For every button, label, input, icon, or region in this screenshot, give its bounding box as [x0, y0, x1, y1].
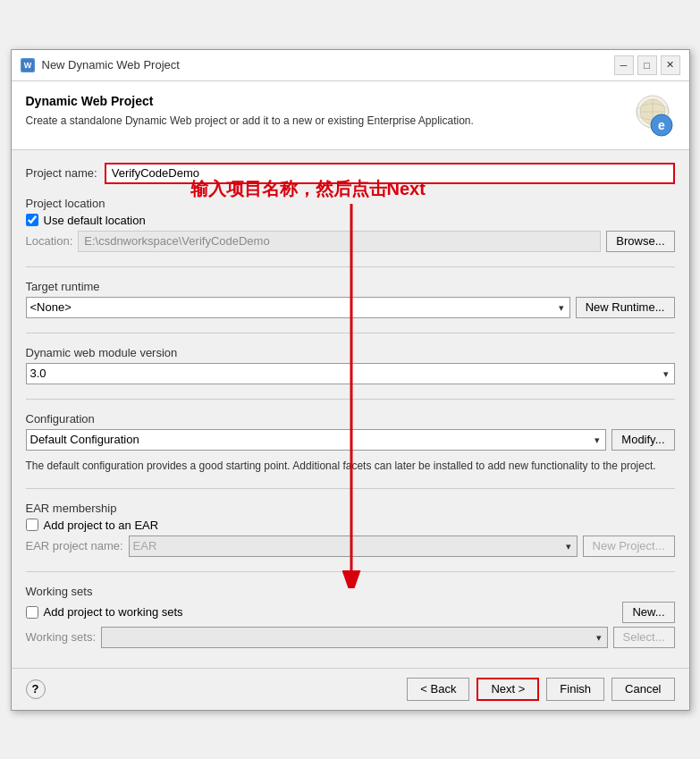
ear-project-name-select[interactable]: EAR: [130, 536, 577, 556]
use-default-location-label: Use default location: [44, 214, 146, 227]
minimize-button[interactable]: ─: [614, 55, 634, 75]
location-input[interactable]: [78, 231, 601, 252]
cancel-button[interactable]: Cancel: [611, 678, 674, 701]
dynamic-web-module-select-container: 3.0: [26, 363, 675, 384]
next-button[interactable]: Next >: [477, 678, 539, 701]
use-default-location-checkbox[interactable]: [26, 214, 38, 226]
project-name-row: Project name:: [26, 163, 675, 184]
finish-button[interactable]: Finish: [546, 678, 604, 701]
add-to-working-sets-checkbox[interactable]: [26, 606, 38, 619]
header-text-block: Dynamic Web Project Create a standalone …: [26, 94, 616, 129]
ear-project-name-select-container: EAR: [129, 536, 578, 557]
divider-5: [26, 571, 675, 572]
target-runtime-row: <None> New Runtime...: [26, 297, 675, 318]
divider-4: [26, 488, 675, 489]
dialog-footer: ? < Back Next > Finish Cancel: [12, 668, 689, 710]
add-to-ear-label: Add project to an EAR: [44, 519, 159, 532]
ear-project-name-label: EAR project name:: [26, 539, 123, 552]
divider-2: [26, 333, 675, 333]
working-sets-section-label: Working sets: [26, 585, 675, 598]
header-title: Dynamic Web Project: [26, 94, 616, 108]
svg-text:e: e: [658, 118, 665, 132]
dialog-window: W New Dynamic Web Project ─ □ ✕ Dynamic …: [11, 49, 690, 711]
divider-3: [26, 399, 675, 400]
add-to-working-sets-row: Add project to working sets New...: [26, 602, 675, 623]
use-default-location-row: Use default location: [26, 214, 675, 227]
modify-button[interactable]: Modify...: [611, 429, 674, 451]
new-project-button[interactable]: New Project...: [583, 536, 675, 557]
new-working-set-button[interactable]: New...: [622, 602, 674, 623]
configuration-select-container: Default Configuration: [26, 429, 607, 451]
help-button[interactable]: ?: [26, 679, 46, 699]
project-location-section-label: Project location: [26, 197, 675, 210]
working-sets-field-label: Working sets:: [26, 630, 97, 644]
target-runtime-select-container: <None>: [26, 297, 570, 318]
window-controls: ─ □ ✕: [614, 55, 680, 75]
working-sets-input-row: Working sets: Select...: [26, 627, 675, 648]
header-icon: e: [630, 94, 675, 139]
configuration-description: The default configuration provides a goo…: [26, 458, 675, 474]
add-to-ear-row: Add project to an EAR: [26, 519, 675, 532]
header-description: Create a standalone Dynamic Web project …: [26, 114, 616, 129]
configuration-select[interactable]: Default Configuration: [27, 430, 606, 450]
location-label: Location:: [26, 234, 73, 248]
form-content: 输入项目名称，然后点击Next Project name: Project lo…: [12, 150, 689, 668]
dynamic-web-module-row: 3.0: [26, 363, 675, 384]
location-row: Location: Browse...: [26, 231, 675, 252]
back-button[interactable]: < Back: [407, 678, 469, 701]
dynamic-web-module-section-label: Dynamic web module version: [26, 346, 675, 359]
header-section: Dynamic Web Project Create a standalone …: [12, 81, 689, 150]
new-runtime-button[interactable]: New Runtime...: [576, 297, 675, 318]
working-sets-select-container: [101, 627, 608, 648]
divider-1: [26, 266, 675, 267]
select-working-sets-button[interactable]: Select...: [613, 627, 675, 648]
browse-button[interactable]: Browse...: [606, 231, 674, 252]
configuration-row: Default Configuration Modify...: [26, 429, 675, 451]
working-sets-select[interactable]: [102, 628, 607, 647]
project-name-input[interactable]: [105, 163, 675, 184]
configuration-section-label: Configuration: [26, 412, 675, 426]
ear-membership-section-label: EAR membership: [26, 502, 675, 515]
window-title: New Dynamic Web Project: [42, 58, 607, 72]
svg-text:W: W: [23, 61, 31, 70]
target-runtime-section-label: Target runtime: [26, 280, 675, 293]
add-to-ear-checkbox[interactable]: [26, 519, 38, 531]
target-runtime-select[interactable]: <None>: [27, 298, 569, 317]
add-to-working-sets-label: Add project to working sets: [44, 605, 183, 619]
maximize-button[interactable]: □: [637, 55, 657, 75]
ear-project-name-row: EAR project name: EAR New Project...: [26, 536, 675, 557]
close-button[interactable]: ✕: [661, 55, 680, 75]
window-icon: W: [21, 58, 35, 72]
project-name-label: Project name:: [26, 166, 97, 180]
title-bar: W New Dynamic Web Project ─ □ ✕: [12, 50, 689, 81]
dynamic-web-module-select[interactable]: 3.0: [27, 364, 674, 384]
